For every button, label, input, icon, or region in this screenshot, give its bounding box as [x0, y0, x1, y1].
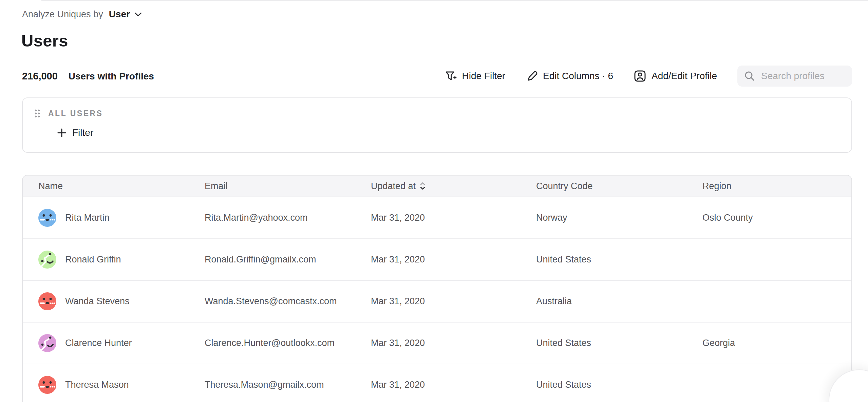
toolbar: Hide Filter Edit Columns · 6 Add/Edit Pr… — [445, 66, 852, 87]
plus-icon — [57, 128, 67, 138]
avatar — [38, 292, 56, 310]
cell-updated-at: Mar 31, 2020 — [371, 213, 536, 223]
cell-email: Clarence.Hunter@outlookx.com — [205, 338, 371, 348]
cell-name-text: Ronald Griffin — [65, 254, 121, 265]
sort-carets-icon — [419, 181, 426, 191]
table-header-row: Name Email Updated at Country Code Regio… — [23, 176, 851, 197]
hide-filter-button[interactable]: Hide Filter — [445, 70, 505, 82]
cell-updated-at: Mar 31, 2020 — [371, 338, 536, 348]
column-header-country-code[interactable]: Country Code — [536, 181, 702, 191]
table-row[interactable]: Clarence Hunter Clarence.Hunter@outlookx… — [23, 323, 851, 364]
cell-country-code: United States — [536, 254, 702, 265]
add-filter-label: Filter — [72, 127, 93, 138]
column-header-region[interactable]: Region — [702, 181, 851, 191]
avatar — [38, 209, 56, 227]
column-header-updated-at[interactable]: Updated at — [371, 181, 536, 191]
search-profiles-box[interactable] — [737, 66, 852, 87]
cell-email: Theresa.Mason@gmailx.com — [205, 380, 371, 390]
funnel-plus-icon — [445, 70, 457, 82]
avatar-face-neutral — [38, 376, 56, 394]
analyze-by-label: Analyze Uniques by — [22, 9, 103, 20]
avatar — [38, 334, 56, 352]
cell-name-text: Wanda Stevens — [65, 296, 130, 307]
cell-email: Wanda.Stevens@comcastx.com — [205, 296, 371, 307]
table-row[interactable]: Ronald Griffin Ronald.Griffin@gmailx.com… — [23, 239, 851, 281]
cell-country-code: Australia — [536, 296, 702, 307]
cell-email: Ronald.Griffin@gmailx.com — [205, 254, 371, 265]
cell-name-text: Theresa Mason — [65, 380, 129, 390]
avatar-face-smile — [38, 334, 56, 352]
hide-filter-label: Hide Filter — [462, 71, 505, 81]
avatar-face-smile — [38, 251, 56, 269]
cell-region: Oslo County — [702, 213, 851, 223]
cell-name: Rita Martin — [38, 209, 205, 227]
profile-count: 216,000 Users with Profiles — [22, 71, 154, 82]
table-row[interactable]: Theresa Mason Theresa.Mason@gmailx.com M… — [23, 364, 851, 402]
edit-columns-label: Edit Columns · 6 — [543, 71, 613, 81]
edit-columns-button[interactable]: Edit Columns · 6 — [526, 70, 613, 82]
avatar — [38, 376, 56, 394]
avatar-face-neutral — [38, 292, 56, 310]
cell-country-code: Norway — [536, 213, 702, 223]
filter-card: ALL USERS Filter — [22, 97, 852, 153]
table-row[interactable]: Rita Martin Rita.Martin@yahoox.com Mar 3… — [23, 197, 851, 239]
analyze-by-dropdown[interactable]: User — [109, 9, 142, 20]
column-header-email[interactable]: Email — [205, 181, 371, 191]
page-title: Users — [21, 31, 68, 50]
analyze-uniques-row: Analyze Uniques by User — [22, 7, 142, 22]
add-edit-profile-label: Add/Edit Profile — [652, 71, 717, 81]
cell-name-text: Rita Martin — [65, 213, 110, 223]
cell-country-code: United States — [536, 380, 702, 390]
column-header-name[interactable]: Name — [38, 181, 205, 191]
cell-name: Theresa Mason — [38, 376, 205, 394]
cell-updated-at: Mar 31, 2020 — [371, 296, 536, 307]
profile-count-label: Users with Profiles — [69, 71, 154, 82]
top-hairline — [41, 0, 868, 1]
cell-updated-at: Mar 31, 2020 — [371, 254, 536, 265]
search-profiles-input[interactable] — [760, 70, 848, 82]
cell-name-text: Clarence Hunter — [65, 338, 132, 348]
avatar — [38, 251, 56, 269]
cell-region: Georgia — [702, 338, 851, 348]
table-row[interactable]: Wanda Stevens Wanda.Stevens@comcastx.com… — [23, 281, 851, 323]
analyze-by-value: User — [109, 9, 130, 20]
chevron-down-icon — [134, 12, 142, 17]
avatar-face-neutral — [38, 209, 56, 227]
profile-card-icon — [634, 70, 646, 83]
cell-name: Ronald Griffin — [38, 251, 205, 269]
cell-name: Wanda Stevens — [38, 292, 205, 310]
add-filter-button[interactable]: Filter — [57, 127, 851, 138]
cell-updated-at: Mar 31, 2020 — [371, 380, 536, 390]
add-edit-profile-button[interactable]: Add/Edit Profile — [634, 70, 717, 83]
users-table: Name Email Updated at Country Code Regio… — [22, 175, 852, 402]
profile-count-value: 216,000 — [22, 71, 58, 82]
cell-email: Rita.Martin@yahoox.com — [205, 213, 371, 223]
stats-toolbar-row: 216,000 Users with Profiles Hide Filter … — [22, 65, 852, 87]
cohort-group-label: ALL USERS — [48, 109, 103, 118]
pencil-icon — [526, 70, 538, 82]
drag-handle-icon[interactable] — [34, 108, 41, 118]
cell-country-code: United States — [536, 338, 702, 348]
cell-name: Clarence Hunter — [38, 334, 205, 352]
magnifier-icon — [744, 71, 755, 81]
table-body: Rita Martin Rita.Martin@yahoox.com Mar 3… — [23, 197, 851, 402]
